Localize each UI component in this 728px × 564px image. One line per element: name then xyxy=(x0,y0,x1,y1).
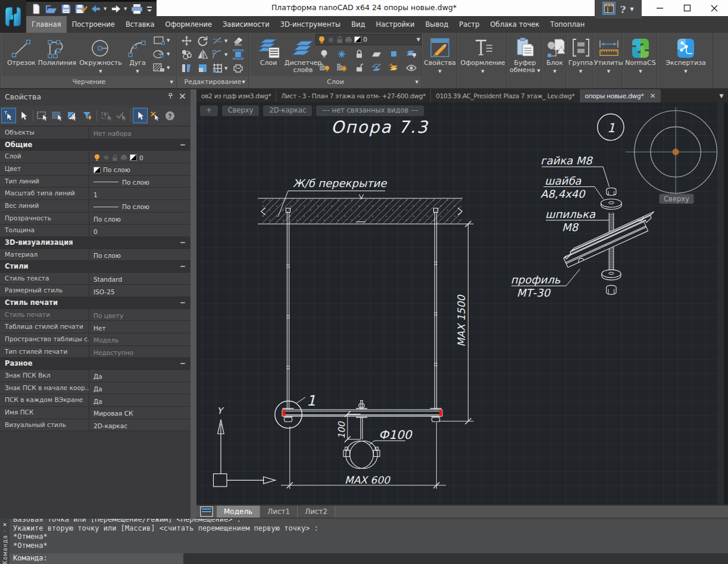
array-tool-button[interactable]: ▼ xyxy=(212,63,227,74)
ribbon-tab-vid[interactable]: Вид xyxy=(346,16,370,33)
layer-off-button[interactable] xyxy=(315,47,333,61)
close-panel-icon[interactable] xyxy=(177,92,187,102)
fillet-dropdown-icon[interactable]: ▼ xyxy=(224,52,227,57)
collapse-icon[interactable]: − xyxy=(180,238,186,248)
editing-expand-icon[interactable]: ▼ xyxy=(242,76,245,88)
select-window-button[interactable] xyxy=(35,108,50,123)
property-row-ucs-on[interactable]: Знак ПСК ВклДа xyxy=(0,370,190,382)
highlight-selection-button[interactable] xyxy=(133,108,148,123)
layer-freeze-button[interactable] xyxy=(333,47,350,61)
selection-filter-button[interactable] xyxy=(80,108,95,123)
properties-help-button[interactable]: ? xyxy=(163,108,177,123)
panel-footer-layers[interactable]: Слои▼ xyxy=(249,76,421,88)
layer-swap-button[interactable] xyxy=(368,61,385,74)
layer-on-with-bulb-button[interactable] xyxy=(315,61,333,74)
close-tab-icon[interactable]: ✕ xyxy=(649,89,655,102)
layer-object-button[interactable] xyxy=(385,47,402,61)
redo-dropdown[interactable]: ▼ xyxy=(124,2,129,15)
layer-visibility-button[interactable] xyxy=(402,61,420,74)
expertise-button[interactable]: Экспертиза ▼ xyxy=(660,35,711,75)
property-row-ucs-name[interactable]: Имя ПСКМировая СК xyxy=(0,407,190,419)
layers-button[interactable]: Слои xyxy=(254,35,283,67)
decor-dropdown-icon[interactable]: ▼ xyxy=(481,68,484,75)
erase-tool-button[interactable] xyxy=(232,35,244,46)
layer-set-current-button[interactable] xyxy=(368,47,385,61)
clipboard-button[interactable]: Буферобмена ▼ xyxy=(509,35,541,74)
offset-tool-button[interactable] xyxy=(232,49,244,60)
hatch-dropdown-icon[interactable]: ▼ xyxy=(167,66,170,70)
circle-tool-button[interactable]: Окружность ▼ xyxy=(78,35,123,75)
properties-button[interactable]: Свойства ▼ xyxy=(424,35,455,75)
group-dropdown-icon[interactable]: ▼ xyxy=(579,68,582,75)
quick-select-button[interactable] xyxy=(65,108,80,123)
layers-expand-icon[interactable]: ▼ xyxy=(415,76,418,88)
command-close-icon[interactable]: ✕ xyxy=(3,521,7,528)
new-file-button[interactable] xyxy=(30,2,43,15)
minimize-button[interactable] xyxy=(646,0,673,16)
ribbon-tab-topoplan[interactable]: Топоплан xyxy=(545,16,590,33)
panel-splitter[interactable] xyxy=(190,89,196,519)
mirror-tool-button[interactable] xyxy=(197,49,208,60)
property-row-ucs-viewport[interactable]: ПСК в каждом ВЭкранеДа xyxy=(0,394,190,407)
help-dropdown-icon[interactable]: ▼ xyxy=(630,7,633,12)
drawing-canvas[interactable]: Опора 7.3 Ж/б перекрытие xyxy=(196,102,728,504)
polyline-tool-button[interactable]: Полилиния xyxy=(38,35,77,67)
normacs-dropdown-icon[interactable]: ▼ xyxy=(639,68,642,75)
deselect-button[interactable] xyxy=(148,108,163,123)
ribbon-tab-glavnaya[interactable]: Главная xyxy=(26,16,67,33)
property-row-lineweight[interactable]: Вес линийПо слою xyxy=(0,200,190,213)
select-similar-button[interactable] xyxy=(99,108,114,123)
command-pin-icon[interactable] xyxy=(2,531,8,532)
freeze-icon[interactable] xyxy=(103,154,110,161)
properties-dropdown-icon[interactable]: ▼ xyxy=(438,68,441,75)
property-category-plotstyle[interactable]: Стиль печати− xyxy=(0,297,190,309)
layout-tab-list2[interactable]: Лист2 xyxy=(298,506,335,518)
property-row-plottype[interactable]: Тип стилей печатиНедоступно xyxy=(0,346,190,359)
layer-combo-dropdown-icon[interactable]: ▼ xyxy=(417,37,420,42)
linked-views-button[interactable]: --- нет связанных видов --- xyxy=(316,105,424,116)
doc-tab-3[interactable]: 0103.39.AC_President Plaza 7 этаж_ Lev.d… xyxy=(431,89,580,102)
select-crossing-button[interactable] xyxy=(50,108,65,123)
ribbon-tab-3d[interactable]: 3D-инструменты xyxy=(275,16,346,33)
ellipse-dropdown-icon[interactable]: ▼ xyxy=(167,52,170,57)
decor-button[interactable]: Оформление ▼ xyxy=(459,35,507,75)
redo-button[interactable] xyxy=(110,2,123,15)
drafting-expand-icon[interactable]: ▼ xyxy=(170,76,173,88)
doc-tab-2[interactable]: Лист - 3 - План 7 этажа на отм- +27-600.… xyxy=(276,89,431,102)
close-button[interactable] xyxy=(701,0,728,16)
property-row-dimstyle[interactable]: Размерный стильISO-25 xyxy=(0,285,190,297)
apply-selection-button[interactable] xyxy=(114,108,129,123)
property-row-ltscale[interactable]: Масштаб типа линий1 xyxy=(0,188,190,200)
command-history[interactable]: Базовая точка или [Перемещение/Режим] <П… xyxy=(10,519,728,550)
doc-tab-active[interactable]: опоры новые.dwg*✕ xyxy=(580,89,661,102)
layer-lock-button[interactable] xyxy=(351,47,368,61)
circle-dropdown-icon[interactable]: ▼ xyxy=(99,68,102,75)
property-row-ucs-origin[interactable]: Знак ПСК в начале коор...Да xyxy=(0,382,190,395)
lock-icon[interactable] xyxy=(112,154,118,161)
add-viewport-button[interactable]: + xyxy=(200,105,218,116)
layout-tab-model[interactable]: Модель xyxy=(217,506,260,518)
doc-tabs-overflow-icon[interactable]: ▼ xyxy=(719,89,728,102)
property-category-general[interactable]: Общие− xyxy=(0,139,190,151)
doc-tab-1[interactable]: ов2 из пдф изм3.dwg* xyxy=(196,89,276,102)
layer-unlock-button[interactable] xyxy=(351,61,368,74)
print-icon[interactable] xyxy=(120,154,127,161)
panel-footer-editing[interactable]: Редактирование▼ xyxy=(177,76,248,88)
clipboard-dropdown-icon[interactable]: ▼ xyxy=(537,68,540,73)
undo-dropdown[interactable]: ▼ xyxy=(104,2,108,15)
collapse-icon[interactable]: − xyxy=(180,141,186,151)
property-row-plottable[interactable]: Таблица стилей печатиНет xyxy=(0,321,190,334)
block-dropdown-icon[interactable]: ▼ xyxy=(553,68,556,75)
ribbon-tab-rastr[interactable]: Растр xyxy=(454,16,485,33)
property-row-plotstyle[interactable]: Стиль печатиПо цвету xyxy=(0,309,190,322)
collapse-icon[interactable]: − xyxy=(180,298,186,309)
ribbon-tab-vyvod[interactable]: Вывод xyxy=(420,16,454,33)
copy-tool-button[interactable] xyxy=(181,49,192,60)
layer-freeze-all-button[interactable] xyxy=(333,61,350,74)
expertise-dropdown-icon[interactable]: ▼ xyxy=(684,68,687,75)
ribbon-tab-nastroyki[interactable]: Настройки xyxy=(371,16,420,33)
rectangle-dropdown-icon[interactable]: ▼ xyxy=(167,38,170,43)
layout-list-icon[interactable] xyxy=(196,506,217,518)
maximize-button[interactable] xyxy=(673,0,701,16)
ellipse-tool-button[interactable]: ▼ xyxy=(152,49,170,59)
